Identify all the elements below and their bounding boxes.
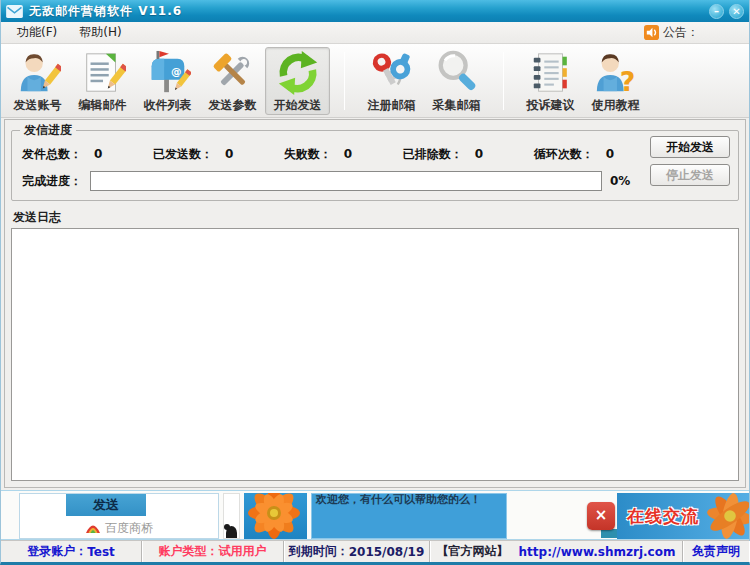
stat-label: 已发送数： [153, 147, 213, 161]
toolbar-collect-mailbox[interactable]: 采集邮箱 [424, 47, 489, 115]
toolbar-feedback[interactable]: 投诉建议 [518, 47, 583, 115]
gerbera-flower-icon [244, 493, 307, 539]
baidu-bridge-brand: 百度商桥 [20, 520, 218, 537]
stop-send-button[interactable]: 停止发送 [650, 164, 730, 186]
login-value: Test [87, 545, 115, 559]
stat-value: 0 [606, 147, 614, 161]
stat-value: 0 [225, 147, 233, 161]
toolbar-register-mailbox[interactable]: 注册邮箱 [359, 47, 424, 115]
online-chat-label: 在线交流 [627, 505, 699, 528]
stat-label: 失败数： [284, 147, 332, 161]
stat-already-sent: 已发送数：0 [153, 146, 233, 163]
close-button[interactable]: ✕ [729, 4, 744, 19]
svg-text:?: ? [619, 66, 635, 96]
send-log-title: 发送日志 [13, 209, 739, 226]
statusbar: 登录账户：Test 账户类型：试用用户 到期时间：2015/08/19 【官方网… [1, 540, 749, 562]
toolbar-edit-mail[interactable]: 编辑邮件 [70, 47, 135, 115]
toolbar-label: 发送参数 [209, 97, 257, 114]
app-envelope-icon [6, 5, 23, 18]
stats-row: 发件总数：0 已发送数：0 失败数：0 已排除数：0 循环次数：0 [22, 143, 614, 165]
keys-icon [369, 50, 415, 96]
status-account-type: 账户类型：试用用户 [142, 541, 284, 562]
chat-send-button[interactable]: 发送 [66, 493, 146, 516]
toolbar-send-params[interactable]: 发送参数 [200, 47, 265, 115]
login-label: 登录账户： [27, 543, 87, 560]
toolbar-recipient-list[interactable]: @ 收件列表 [135, 47, 200, 115]
toolbar-label: 发送账号 [14, 97, 62, 114]
baidu-bridge-label: 百度商桥 [105, 521, 153, 535]
stat-total-sent: 发件总数：0 [22, 146, 102, 163]
panda-strip-image [223, 493, 240, 539]
online-chat-banner[interactable]: 在线交流 [617, 493, 749, 539]
account-type-label: 账户类型： [159, 543, 219, 560]
toolbar-label: 使用教程 [592, 97, 640, 114]
expiry-label: 到期时间： [289, 543, 349, 560]
status-login-account: 登录账户：Test [1, 541, 142, 562]
toolbar-label: 收件列表 [144, 97, 192, 114]
send-log-area[interactable] [11, 228, 739, 481]
flower-image [244, 493, 307, 539]
official-site-label: 【官方网站】 [437, 543, 509, 560]
account-type-value: 试用用户 [219, 543, 267, 560]
progress-label: 完成进度： [22, 173, 82, 190]
toolbar: 发送账号 编辑邮件 [1, 44, 749, 118]
mailbox-icon: @ [145, 50, 191, 96]
progress-bar [90, 171, 602, 191]
stat-value: 0 [344, 147, 352, 161]
announcement-area: 公告： [644, 24, 741, 41]
status-official-site: 【官方网站】 http://www.shmzrj.com [430, 541, 683, 562]
progress-percent: 0% [610, 174, 638, 188]
notebook-icon [528, 50, 574, 96]
stat-label: 已排除数： [403, 147, 463, 161]
tools-icon [210, 50, 256, 96]
stat-label: 循环次数： [534, 147, 594, 161]
stat-excluded: 已排除数：0 [403, 146, 483, 163]
speaker-icon [644, 25, 659, 40]
main-content: 发信进度 发件总数：0 已发送数：0 失败数：0 已排除数：0 循环次数：0 [4, 119, 746, 488]
svg-text:@: @ [170, 64, 181, 76]
status-disclaimer[interactable]: 免责声明 [683, 541, 749, 562]
titlebar: 无敌邮件营销软件 V11.6 – ✕ [1, 0, 749, 22]
welcome-text: 欢迎您，有什么可以帮助您的么！ [316, 493, 506, 507]
chat-banner-flower-icon [701, 493, 749, 539]
app-window: 无敌邮件营销软件 V11.6 – ✕ 功能(F) 帮助(H) 公告： [0, 0, 750, 565]
toolbar-separator [344, 52, 345, 110]
expiry-value: 2015/08/19 [349, 545, 425, 559]
start-send-button[interactable]: 开始发送 [650, 136, 730, 158]
person-question-icon: ? [593, 50, 639, 96]
toolbar-start-send[interactable]: 开始发送 [265, 47, 330, 115]
progress-row: 完成进度： 0% [22, 170, 730, 192]
welcome-chat-banner: 欢迎您，有什么可以帮助您的么！ [311, 493, 507, 539]
stat-value: 0 [94, 147, 102, 161]
stat-label: 发件总数： [22, 147, 82, 161]
magnifier-icon [434, 50, 480, 96]
toolbar-label: 开始发送 [274, 97, 322, 114]
toolbar-label: 投诉建议 [527, 97, 575, 114]
status-expiry: 到期时间：2015/08/19 [284, 541, 430, 562]
banner-close-button[interactable]: × [587, 502, 615, 530]
banner-strip: 发送 百度商桥 [1, 490, 749, 540]
panda-figure [226, 526, 237, 539]
document-pencil-icon [80, 50, 126, 96]
toolbar-tutorial[interactable]: ? 使用教程 [583, 47, 648, 115]
menubar: 功能(F) 帮助(H) 公告： [1, 22, 749, 44]
stat-failed: 失败数：0 [284, 146, 352, 163]
person-pencil-icon [15, 50, 61, 96]
group-title: 发信进度 [20, 122, 76, 139]
toolbar-separator [503, 52, 504, 110]
toolbar-label: 采集邮箱 [433, 97, 481, 114]
sending-progress-group: 发信进度 发件总数：0 已发送数：0 失败数：0 已排除数：0 循环次数：0 [11, 130, 739, 201]
refresh-arrows-icon [275, 50, 321, 96]
menu-help[interactable]: 帮助(H) [71, 22, 129, 43]
official-site-url[interactable]: http://www.shmzrj.com [519, 545, 676, 559]
baidu-chat-widget: 发送 百度商桥 [19, 493, 219, 539]
window-title: 无敌邮件营销软件 V11.6 [29, 3, 182, 20]
toolbar-label: 注册邮箱 [368, 97, 416, 114]
toolbar-send-account[interactable]: 发送账号 [5, 47, 70, 115]
stat-value: 0 [475, 147, 483, 161]
toolbar-label: 编辑邮件 [79, 97, 127, 114]
announcement-label: 公告： [663, 24, 699, 41]
baidu-bridge-icon [85, 522, 101, 534]
menu-function[interactable]: 功能(F) [9, 22, 65, 43]
minimize-button[interactable]: – [709, 4, 724, 19]
